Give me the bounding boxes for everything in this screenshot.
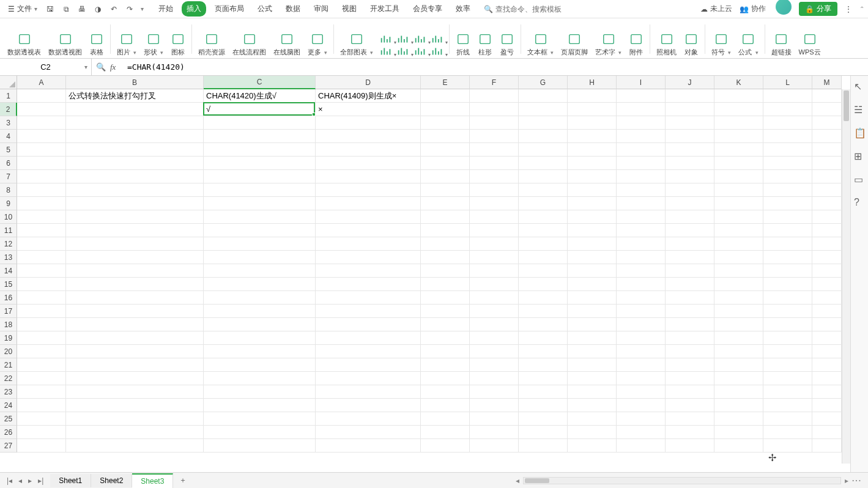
cell-C4[interactable] <box>204 130 316 143</box>
cell-G22[interactable] <box>519 372 568 385</box>
cell-L6[interactable] <box>763 157 812 170</box>
cell-G17[interactable] <box>519 305 568 318</box>
help-icon[interactable]: ? <box>854 197 865 208</box>
cell-H20[interactable] <box>568 345 617 358</box>
column-header-G[interactable]: G <box>519 76 568 89</box>
cell-D22[interactable] <box>316 372 421 385</box>
cell-M6[interactable] <box>812 157 842 170</box>
cell-H27[interactable] <box>568 439 617 453</box>
ribbon-附件[interactable]: 附件 <box>625 21 647 57</box>
row-header-12[interactable]: 12 <box>0 237 17 251</box>
cell-L7[interactable] <box>763 170 812 183</box>
mini-chart-icon[interactable]: ▾ <box>379 46 393 57</box>
cell-I22[interactable] <box>617 372 666 385</box>
cell-F11[interactable] <box>470 224 519 237</box>
undo-icon[interactable]: ↶ <box>109 4 119 14</box>
cell-G26[interactable] <box>519 426 568 439</box>
cell-A3[interactable] <box>17 116 66 130</box>
cell-F10[interactable] <box>470 210 519 224</box>
ribbon-柱形[interactable]: 柱形 <box>474 21 496 57</box>
cell-B20[interactable] <box>66 345 204 358</box>
cell-I26[interactable] <box>617 426 666 439</box>
cell-D15[interactable] <box>316 278 421 291</box>
cell-A24[interactable] <box>17 399 66 412</box>
cell-E14[interactable] <box>421 264 470 278</box>
print-preview-icon[interactable]: ◑ <box>93 4 103 14</box>
menu-tab-视图[interactable]: 视图 <box>337 1 362 17</box>
sheet-tab-Sheet3[interactable]: Sheet3 <box>132 473 173 488</box>
cell-C5[interactable] <box>204 143 316 157</box>
cell-C13[interactable] <box>204 251 316 264</box>
cell-A18[interactable] <box>17 318 66 331</box>
clipboard-icon[interactable]: 📋 <box>854 127 865 138</box>
cell-E12[interactable] <box>421 237 470 251</box>
cell-E22[interactable] <box>421 372 470 385</box>
cell-A7[interactable] <box>17 170 66 183</box>
cell-E24[interactable] <box>421 399 470 412</box>
cell-I6[interactable] <box>617 157 666 170</box>
cell-G14[interactable] <box>519 264 568 278</box>
cell-M2[interactable] <box>812 103 842 116</box>
cell-M18[interactable] <box>812 318 842 331</box>
command-search[interactable]: 🔍 <box>484 5 569 13</box>
cell-J17[interactable] <box>666 305 714 318</box>
cell-E23[interactable] <box>421 385 470 399</box>
save-icon[interactable]: 🖫 <box>45 4 55 14</box>
cell-H7[interactable] <box>568 170 617 183</box>
cell-C14[interactable] <box>204 264 316 278</box>
cell-G16[interactable] <box>519 291 568 305</box>
cell-H14[interactable] <box>568 264 617 278</box>
cell-F12[interactable] <box>470 237 519 251</box>
cell-D10[interactable] <box>316 210 421 224</box>
cell-L15[interactable] <box>763 278 812 291</box>
cell-F2[interactable] <box>470 103 519 116</box>
cell-H19[interactable] <box>568 331 617 345</box>
row-header-13[interactable]: 13 <box>0 251 17 264</box>
row-header-25[interactable]: 25 <box>0 412 17 426</box>
cell-G3[interactable] <box>519 116 568 130</box>
cell-A8[interactable] <box>17 183 66 197</box>
row-header-14[interactable]: 14 <box>0 264 17 278</box>
cell-A17[interactable] <box>17 305 66 318</box>
ribbon-照相机[interactable]: 照相机 <box>653 21 680 57</box>
row-header-8[interactable]: 8 <box>0 183 17 197</box>
cell-M4[interactable] <box>812 130 842 143</box>
column-header-D[interactable]: D <box>316 76 421 89</box>
cell-I25[interactable] <box>617 412 666 426</box>
cell-D16[interactable] <box>316 291 421 305</box>
cell-M3[interactable] <box>812 116 842 130</box>
name-box[interactable]: ▾ <box>0 59 92 75</box>
cell-E10[interactable] <box>421 210 470 224</box>
cell-M22[interactable] <box>812 372 842 385</box>
cell-H3[interactable] <box>568 116 617 130</box>
cell-D13[interactable] <box>316 251 421 264</box>
cell-K14[interactable] <box>714 264 763 278</box>
cell-J14[interactable] <box>666 264 714 278</box>
cell-E9[interactable] <box>421 197 470 210</box>
cell-H11[interactable] <box>568 224 617 237</box>
select-all-corner[interactable] <box>0 76 17 89</box>
cell-F27[interactable] <box>470 439 519 453</box>
column-header-B[interactable]: B <box>66 76 204 89</box>
search-input[interactable] <box>495 5 569 13</box>
row-header-9[interactable]: 9 <box>0 197 17 210</box>
row-header-7[interactable]: 7 <box>0 170 17 183</box>
cell-I3[interactable] <box>617 116 666 130</box>
cell-D14[interactable] <box>316 264 421 278</box>
cell-E19[interactable] <box>421 331 470 345</box>
cell-C25[interactable] <box>204 412 316 426</box>
print-icon[interactable]: 🖶 <box>77 4 87 14</box>
cell-G4[interactable] <box>519 130 568 143</box>
menu-tab-插入[interactable]: 插入 <box>182 1 206 17</box>
cell-H15[interactable] <box>568 278 617 291</box>
ribbon-对象[interactable]: 对象 <box>680 21 702 57</box>
file-menu[interactable]: ☰ 文件 ▾ <box>4 2 42 16</box>
cell-C9[interactable] <box>204 197 316 210</box>
formula-input[interactable] <box>125 62 868 72</box>
cell-J25[interactable] <box>666 412 714 426</box>
cell-B19[interactable] <box>66 331 204 345</box>
column-header-E[interactable]: E <box>421 76 470 89</box>
row-header-26[interactable]: 26 <box>0 426 17 439</box>
cell-G23[interactable] <box>519 385 568 399</box>
collab-button[interactable]: 👥 协作 <box>740 4 766 14</box>
